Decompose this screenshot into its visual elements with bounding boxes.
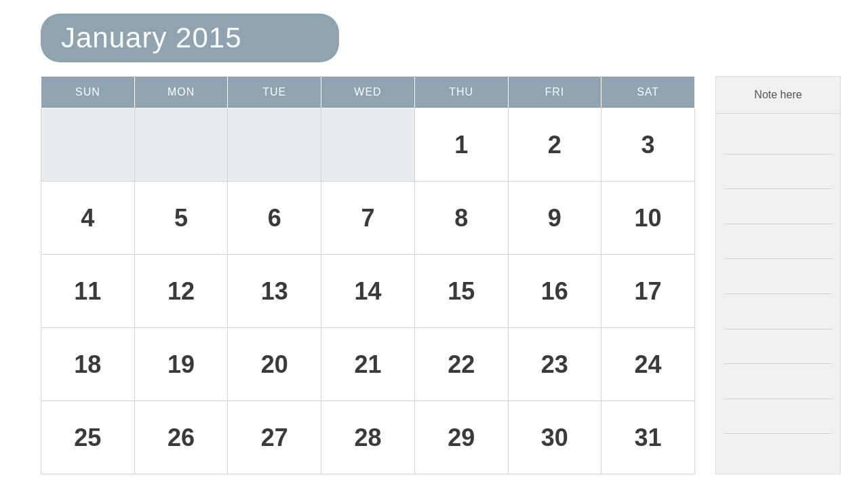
calendar-day-23: 23 [508, 328, 601, 401]
header-row: SUN MON TUE WED THU FRI SAT [41, 77, 695, 108]
calendar-day-20: 20 [228, 328, 321, 401]
calendar-day-13: 13 [228, 255, 321, 328]
calendar-day-16: 16 [508, 255, 601, 328]
note-line-4[interactable] [724, 224, 832, 260]
calendar-week-3: 11121314151617 [41, 255, 695, 328]
header-fri: FRI [508, 77, 601, 108]
main-area: SUN MON TUE WED THU FRI SAT 123456789101… [41, 76, 841, 474]
note-header: Note here [716, 77, 840, 114]
header-wed: WED [321, 77, 415, 108]
note-line-5[interactable] [724, 259, 832, 294]
calendar-day-15: 15 [414, 255, 508, 328]
calendar-day-24: 24 [601, 328, 695, 401]
calendar-week-5: 25262728293031 [41, 401, 695, 474]
calendar-day-18: 18 [41, 328, 135, 401]
note-line-8[interactable] [724, 364, 832, 399]
calendar-table: SUN MON TUE WED THU FRI SAT 123456789101… [41, 76, 695, 474]
calendar-week-4: 18192021222324 [41, 328, 695, 401]
calendar-day-8: 8 [414, 182, 508, 255]
calendar-day-1: 1 [414, 108, 508, 182]
calendar-day-5: 5 [134, 182, 228, 255]
note-line-10[interactable] [724, 434, 832, 468]
calendar-day-30: 30 [508, 401, 601, 474]
calendar-day-10: 10 [601, 182, 695, 255]
calendar-day-31: 31 [601, 401, 695, 474]
calendar-day-28: 28 [321, 401, 415, 474]
calendar-day-22: 22 [414, 328, 508, 401]
calendar-day-3: 3 [601, 108, 695, 182]
calendar-day-29: 29 [414, 401, 508, 474]
calendar-empty-0-2 [228, 108, 321, 182]
calendar-day-11: 11 [41, 255, 135, 328]
month-title-badge: January 2015 [41, 14, 339, 62]
note-line-7[interactable] [724, 329, 832, 365]
calendar-day-6: 6 [228, 182, 321, 255]
calendar-day-17: 17 [601, 255, 695, 328]
calendar-empty-0-3 [321, 108, 415, 182]
calendar-day-9: 9 [508, 182, 601, 255]
calendar-day-14: 14 [321, 255, 415, 328]
header-tue: TUE [228, 77, 321, 108]
calendar-empty-0-0 [41, 108, 135, 182]
calendar-week-1: 123 [41, 108, 695, 182]
calendar-day-27: 27 [228, 401, 321, 474]
note-line-2[interactable] [724, 155, 832, 190]
calendar-day-26: 26 [134, 401, 228, 474]
calendar-week-2: 45678910 [41, 182, 695, 255]
header-mon: MON [134, 77, 228, 108]
calendar-container: SUN MON TUE WED THU FRI SAT 123456789101… [41, 76, 695, 474]
header-sun: SUN [41, 77, 135, 108]
calendar-day-19: 19 [134, 328, 228, 401]
calendar-day-7: 7 [321, 182, 415, 255]
calendar-day-25: 25 [41, 401, 135, 474]
calendar-day-2: 2 [508, 108, 601, 182]
note-lines [716, 114, 840, 474]
note-line-6[interactable] [724, 294, 832, 329]
calendar-day-4: 4 [41, 182, 135, 255]
page-wrapper: January 2015 SUN MON TUE WED THU FRI SAT [0, 0, 868, 488]
calendar-day-21: 21 [321, 328, 415, 401]
month-title: January 2015 [61, 22, 242, 54]
calendar-empty-0-1 [134, 108, 228, 182]
note-line-1[interactable] [724, 119, 832, 155]
header-sat: SAT [601, 77, 695, 108]
note-panel: Note here [715, 76, 841, 474]
calendar-day-12: 12 [134, 255, 228, 328]
header-thu: THU [414, 77, 508, 108]
note-line-9[interactable] [724, 399, 832, 434]
note-line-3[interactable] [724, 189, 832, 224]
